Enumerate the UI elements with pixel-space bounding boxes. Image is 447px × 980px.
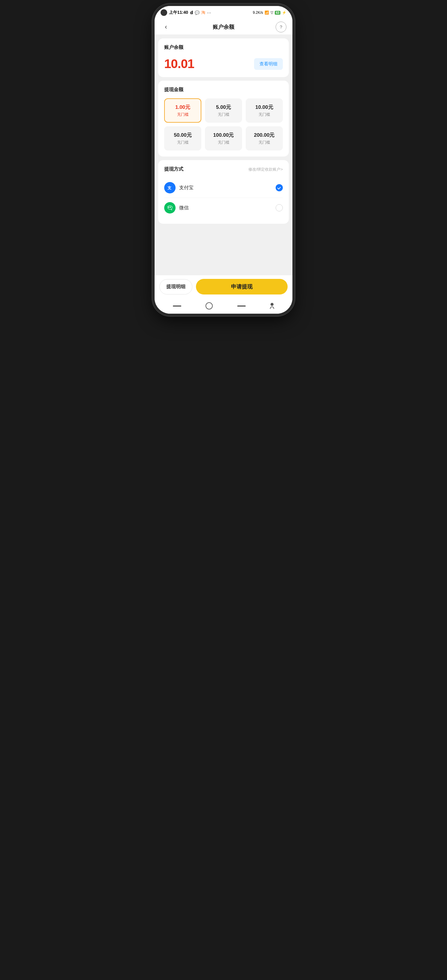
method-title: 提现方式	[164, 166, 183, 172]
svg-point-1	[168, 207, 170, 208]
status-left: 上午11:40 𝕕 💬 淘 ···	[160, 9, 211, 16]
signal-icon: 📶	[265, 11, 269, 15]
charging-icon: ⚡	[282, 11, 287, 15]
person-head	[271, 303, 274, 306]
page-title: 账户余额	[213, 23, 234, 30]
tiktok-icon: 𝕕	[190, 10, 193, 15]
view-detail-button[interactable]: 查看明细	[254, 58, 283, 70]
amount-option-5[interactable]: 100.00元 无门槛	[205, 126, 242, 151]
wifi-icon: ▽	[271, 11, 273, 15]
amount-value-3: 10.00元	[255, 104, 273, 111]
amount-threshold-2: 无门槛	[218, 112, 230, 117]
status-icon-chat: 💬	[195, 11, 200, 15]
amount-option-2[interactable]: 5.00元 无门槛	[205, 99, 242, 123]
withdraw-amount-card: 提现金额 1.00元 无门槛 5.00元 无门槛 10.00元 无门槛 50.0…	[158, 81, 289, 156]
help-icon: ?	[280, 24, 282, 29]
wechat-method-item[interactable]: 微信	[164, 197, 283, 218]
amount-threshold-5: 无门槛	[218, 140, 230, 145]
balance-row: 10.01 查看明细	[164, 57, 283, 71]
withdraw-amount-title: 提现金额	[164, 87, 283, 93]
bottom-nav	[155, 298, 292, 314]
network-speed: 9.2K/s	[253, 11, 263, 15]
alipay-method-item[interactable]: 支 支付宝	[164, 178, 283, 197]
alipay-radio-checked	[276, 184, 283, 191]
balance-card-title: 账户余额	[164, 45, 283, 51]
amount-threshold-6: 无门槛	[258, 140, 270, 145]
alipay-label: 支付宝	[179, 185, 276, 191]
svg-point-2	[170, 207, 171, 208]
empty-space	[155, 227, 292, 275]
wechat-label: 微信	[179, 205, 276, 211]
bottom-action-bar: 提现明细 申请提现	[155, 275, 292, 298]
profile-icon[interactable]	[270, 303, 274, 309]
amount-option-4[interactable]: 50.00元 无门槛	[164, 126, 201, 151]
menu-indicator	[173, 305, 181, 307]
wechat-radio-unchecked	[276, 204, 283, 212]
home-button[interactable]	[206, 302, 213, 309]
balance-card: 账户余额 10.01 查看明细	[158, 38, 289, 77]
status-dots: ···	[207, 10, 211, 15]
amount-grid: 1.00元 无门槛 5.00元 无门槛 10.00元 无门槛 50.00元 无门…	[164, 99, 283, 151]
amount-threshold-3: 无门槛	[258, 112, 270, 117]
amount-option-1[interactable]: 1.00元 无门槛	[164, 99, 201, 123]
amount-value-6: 200.00元	[254, 132, 275, 138]
help-button[interactable]: ?	[276, 22, 287, 32]
svg-text:支: 支	[168, 186, 172, 190]
back-indicator	[237, 305, 246, 307]
wechat-icon	[164, 202, 176, 213]
method-link[interactable]: 修改/绑定收款账户>	[248, 167, 283, 172]
phone-frame: 上午11:40 𝕕 💬 淘 ··· 9.2K/s 📶 ▽ 63 ⚡ ‹ 账户余额…	[155, 6, 292, 314]
status-time: 上午11:40	[169, 10, 188, 15]
withdraw-method-card: 提现方式 修改/绑定收款账户> 支 支付宝	[158, 160, 289, 224]
amount-value-2: 5.00元	[216, 104, 231, 111]
detail-button[interactable]: 提现明细	[159, 279, 192, 294]
apply-button[interactable]: 申请提现	[196, 279, 288, 294]
main-content: 账户余额 10.01 查看明细 提现金额 1.00元 无门槛 5.00元 无门槛…	[155, 35, 292, 227]
balance-amount: 10.01	[164, 57, 194, 71]
battery-badge: 63	[275, 11, 281, 15]
amount-value-1: 1.00元	[175, 104, 190, 111]
status-icon-taobao: 淘	[201, 10, 205, 15]
amount-value-4: 50.00元	[174, 132, 192, 138]
camera-icon	[160, 9, 167, 16]
amount-threshold-1: 无门槛	[177, 112, 189, 117]
amount-threshold-4: 无门槛	[177, 140, 189, 145]
status-right: 9.2K/s 📶 ▽ 63 ⚡	[253, 11, 287, 15]
person-body	[270, 307, 274, 309]
method-header: 提现方式 修改/绑定收款账户>	[164, 166, 283, 172]
status-bar: 上午11:40 𝕕 💬 淘 ··· 9.2K/s 📶 ▽ 63 ⚡	[155, 6, 292, 19]
amount-option-3[interactable]: 10.00元 无门槛	[246, 99, 283, 123]
alipay-icon: 支	[164, 182, 176, 193]
amount-option-6[interactable]: 200.00元 无门槛	[246, 126, 283, 151]
nav-bar: ‹ 账户余额 ?	[155, 19, 292, 35]
back-button[interactable]: ‹	[160, 22, 171, 32]
amount-value-5: 100.00元	[213, 132, 234, 138]
